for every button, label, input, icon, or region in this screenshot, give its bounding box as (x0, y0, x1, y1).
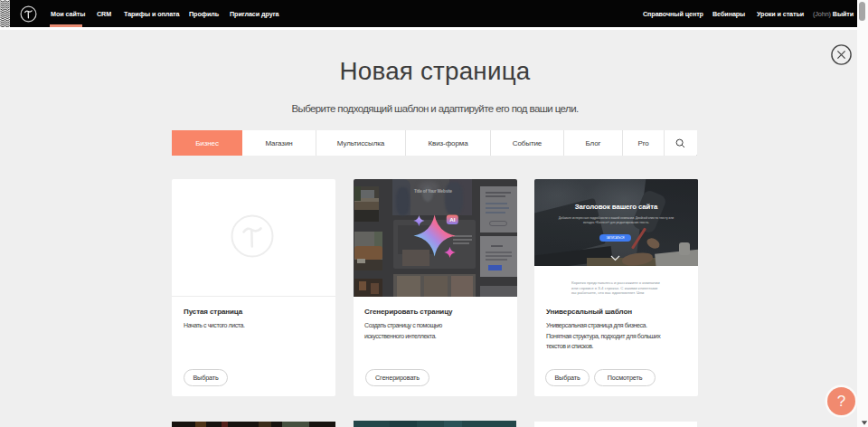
svg-text:AI: AI (449, 216, 455, 223)
